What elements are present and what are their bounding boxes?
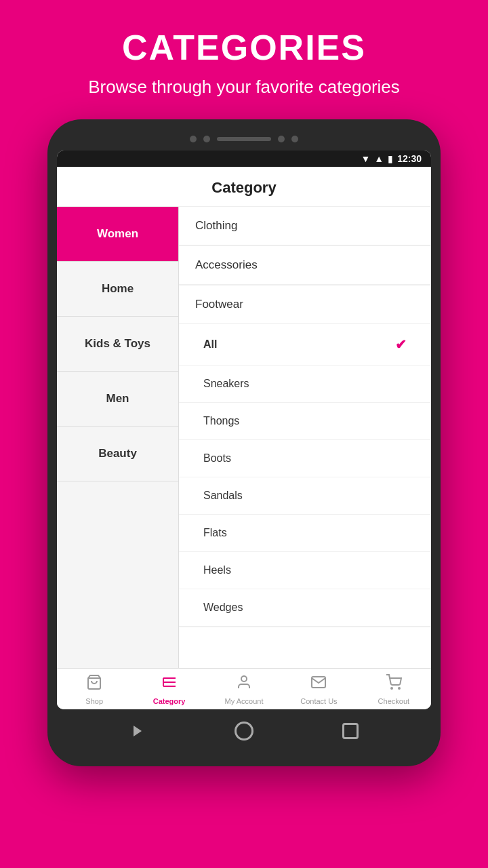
subcategory-wedges-label: Wedges [203,601,243,614]
page-title: CATEGORIES [14,27,474,68]
account-icon [236,674,252,694]
nav-shop-label: Shop [85,697,103,705]
status-bar: ▼ ▲ ▮ 12:30 [57,151,431,167]
status-time: 12:30 [397,153,422,164]
category-clothing: Clothing [179,207,431,246]
subcategory-sandals[interactable]: Sandals [179,477,431,515]
signal-icon: ▲ [374,153,384,164]
sidebar-item-home[interactable]: Home [57,262,178,317]
nav-contact[interactable]: Contact Us [281,674,356,705]
svg-point-7 [399,688,400,689]
system-recents-button[interactable] [340,720,361,742]
accessories-header[interactable]: Accessories [179,246,431,285]
app-header: Category [57,167,431,207]
sensor-dot-2 [291,136,298,142]
subcategory-flats[interactable]: Flats [179,515,431,552]
subcategory-flats-label: Flats [203,527,227,539]
phone-screen: ▼ ▲ ▮ 12:30 Category Women Home Kids & T… [57,151,431,709]
phone-system-nav [57,709,431,746]
svg-point-6 [391,688,392,689]
nav-contact-label: Contact Us [300,697,337,705]
status-icons: ▼ ▲ ▮ 12:30 [361,153,422,164]
sidebar: Women Home Kids & Toys Men Beauty [57,207,179,668]
camera-dot-2 [203,136,210,142]
phone-frame: ▼ ▲ ▮ 12:30 Category Women Home Kids & T… [47,119,441,766]
page-header: CATEGORIES Browse through your favorite … [0,0,488,119]
speaker [217,137,271,141]
subcategory-boots-label: Boots [203,452,231,465]
category-footwear: Footwear All ✔ Sneakers Thongs Boots [179,285,431,627]
subcategory-thongs-label: Thongs [203,415,239,427]
subcategory-wedges[interactable]: Wedges [179,589,431,627]
subcategory-sneakers[interactable]: Sneakers [179,366,431,403]
subcategory-sneakers-label: Sneakers [203,378,249,390]
checkout-icon [386,674,402,694]
system-home-button[interactable] [233,720,255,742]
category-accessories: Accessories [179,246,431,285]
subcategory-thongs[interactable]: Thongs [179,403,431,440]
subcategory-all-label: All [203,338,217,351]
nav-shop[interactable]: Shop [57,674,131,705]
nav-account-label: My Account [225,697,264,705]
nav-category-label: Category [153,697,186,705]
footwear-header[interactable]: Footwear [179,285,431,324]
subcategory-heels[interactable]: Heels [179,552,431,589]
phone-top-bar [57,132,431,151]
camera-dot [190,136,197,142]
subcategory-all[interactable]: All ✔ [179,324,431,366]
sensor-dot [278,136,285,142]
subcategory-sandals-label: Sandals [203,490,243,502]
battery-icon: ▮ [388,153,393,164]
svg-point-5 [241,676,247,682]
subcategory-heels-label: Heels [203,564,231,576]
sidebar-item-beauty[interactable]: Beauty [57,427,178,481]
content-panel: Clothing Accessories Footwear All ✔ Snea… [179,207,431,668]
checkmark-icon: ✔ [395,336,407,353]
nav-account[interactable]: My Account [207,674,281,705]
page-subtitle: Browse through your favorite categories [14,75,474,99]
category-icon [161,674,178,694]
sidebar-item-men[interactable]: Men [57,372,178,427]
subcategory-boots[interactable]: Boots [179,440,431,477]
sidebar-item-women[interactable]: Women [57,207,178,262]
main-content: Women Home Kids & Toys Men Beauty Clothi… [57,207,431,668]
nav-checkout-label: Checkout [378,697,409,705]
app-screen-title: Category [57,179,431,197]
bottom-nav: Shop Category [57,668,431,709]
nav-category[interactable]: Category [131,674,206,705]
nav-checkout[interactable]: Checkout [357,674,431,705]
system-back-button[interactable] [127,720,148,742]
contact-icon [310,674,327,694]
shop-icon [86,674,102,694]
clothing-header[interactable]: Clothing [179,207,431,245]
sidebar-item-kids-toys[interactable]: Kids & Toys [57,317,178,372]
wifi-icon: ▼ [361,153,370,164]
